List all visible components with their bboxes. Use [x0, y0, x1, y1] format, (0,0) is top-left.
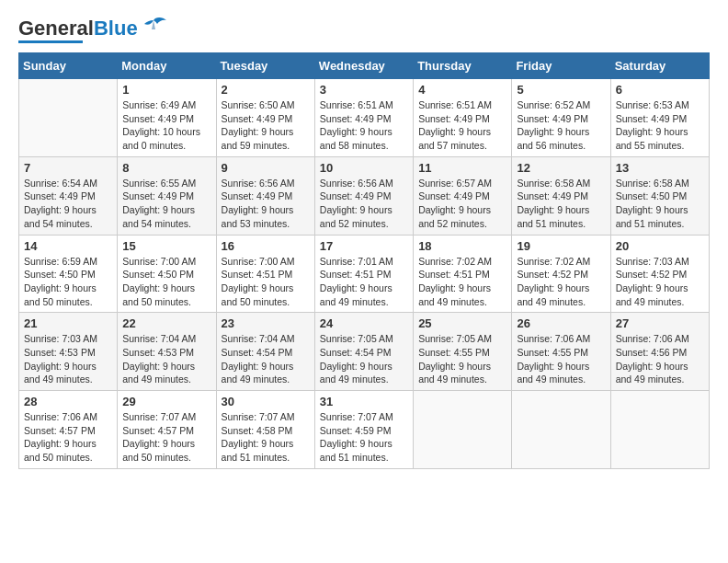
day-info: Sunrise: 6:57 AMSunset: 4:49 PMDaylight:…	[418, 177, 506, 231]
calendar-week-row: 1Sunrise: 6:49 AMSunset: 4:49 PMDaylight…	[19, 79, 710, 157]
calendar-cell: 12Sunrise: 6:58 AMSunset: 4:49 PMDayligh…	[512, 156, 610, 235]
calendar-cell: 10Sunrise: 6:56 AMSunset: 4:49 PMDayligh…	[314, 156, 413, 235]
calendar-cell	[610, 391, 709, 469]
day-info: Sunrise: 6:56 AMSunset: 4:49 PMDaylight:…	[320, 177, 408, 231]
calendar-cell: 23Sunrise: 7:04 AMSunset: 4:54 PMDayligh…	[216, 313, 314, 391]
day-info: Sunrise: 6:51 AMSunset: 4:49 PMDaylight:…	[320, 98, 408, 153]
day-info: Sunrise: 7:04 AMSunset: 4:53 PMDaylight:…	[122, 332, 210, 386]
calendar-cell: 26Sunrise: 7:06 AMSunset: 4:55 PMDayligh…	[512, 313, 610, 391]
day-number: 29	[122, 395, 210, 408]
calendar-cell: 27Sunrise: 7:06 AMSunset: 4:56 PMDayligh…	[610, 313, 709, 391]
calendar-cell: 6Sunrise: 6:53 AMSunset: 4:49 PMDaylight…	[610, 79, 709, 157]
day-number: 17	[320, 239, 408, 253]
day-info: Sunrise: 6:50 AMSunset: 4:49 PMDaylight:…	[222, 98, 310, 153]
calendar-cell	[19, 79, 118, 157]
column-header-sunday: Sunday	[19, 53, 118, 79]
calendar-cell: 31Sunrise: 7:07 AMSunset: 4:59 PMDayligh…	[314, 391, 413, 469]
column-header-friday: Friday	[512, 53, 610, 79]
calendar-cell: 3Sunrise: 6:51 AMSunset: 4:49 PMDaylight…	[314, 79, 413, 157]
day-info: Sunrise: 7:01 AMSunset: 4:51 PMDaylight:…	[320, 255, 408, 309]
calendar-cell: 25Sunrise: 7:05 AMSunset: 4:55 PMDayligh…	[414, 313, 512, 391]
day-info: Sunrise: 6:58 AMSunset: 4:50 PMDaylight:…	[616, 177, 704, 231]
day-info: Sunrise: 6:53 AMSunset: 4:49 PMDaylight:…	[616, 98, 704, 153]
day-info: Sunrise: 7:03 AMSunset: 4:52 PMDaylight:…	[616, 255, 704, 309]
calendar-cell: 21Sunrise: 7:03 AMSunset: 4:53 PMDayligh…	[19, 313, 118, 391]
day-info: Sunrise: 7:00 AMSunset: 4:51 PMDaylight:…	[222, 255, 310, 309]
logo-underline	[18, 40, 83, 43]
day-info: Sunrise: 7:05 AMSunset: 4:54 PMDaylight:…	[320, 332, 408, 386]
calendar-cell: 18Sunrise: 7:02 AMSunset: 4:51 PMDayligh…	[414, 235, 512, 313]
calendar-cell: 19Sunrise: 7:02 AMSunset: 4:52 PMDayligh…	[512, 235, 610, 313]
calendar-cell: 13Sunrise: 6:58 AMSunset: 4:50 PMDayligh…	[610, 156, 709, 235]
calendar-cell: 8Sunrise: 6:55 AMSunset: 4:49 PMDaylight…	[118, 156, 216, 235]
day-number: 2	[222, 83, 310, 97]
day-number: 11	[418, 161, 506, 175]
column-header-monday: Monday	[118, 53, 216, 79]
calendar-cell: 14Sunrise: 6:59 AMSunset: 4:50 PMDayligh…	[19, 235, 118, 313]
day-info: Sunrise: 7:07 AMSunset: 4:57 PMDaylight:…	[122, 410, 210, 465]
day-number: 19	[517, 239, 605, 253]
day-number: 27	[616, 316, 704, 330]
logo-bird-icon	[141, 17, 166, 37]
day-number: 9	[222, 161, 310, 175]
day-info: Sunrise: 7:02 AMSunset: 4:52 PMDaylight:…	[517, 255, 605, 309]
calendar-cell: 5Sunrise: 6:52 AMSunset: 4:49 PMDaylight…	[512, 79, 610, 157]
calendar-cell: 30Sunrise: 7:07 AMSunset: 4:58 PMDayligh…	[216, 391, 314, 469]
day-info: Sunrise: 7:00 AMSunset: 4:50 PMDaylight:…	[122, 255, 210, 309]
calendar-cell: 29Sunrise: 7:07 AMSunset: 4:57 PMDayligh…	[118, 391, 216, 469]
day-info: Sunrise: 7:02 AMSunset: 4:51 PMDaylight:…	[418, 255, 506, 309]
day-number: 7	[24, 161, 112, 175]
day-info: Sunrise: 7:05 AMSunset: 4:55 PMDaylight:…	[418, 332, 506, 386]
calendar-cell: 15Sunrise: 7:00 AMSunset: 4:50 PMDayligh…	[118, 235, 216, 313]
day-info: Sunrise: 6:49 AMSunset: 4:49 PMDaylight:…	[122, 98, 210, 153]
calendar-cell: 9Sunrise: 6:56 AMSunset: 4:49 PMDaylight…	[216, 156, 314, 235]
column-header-tuesday: Tuesday	[216, 53, 314, 79]
day-info: Sunrise: 7:07 AMSunset: 4:58 PMDaylight:…	[222, 410, 310, 465]
day-number: 28	[24, 395, 112, 408]
calendar-cell: 2Sunrise: 6:50 AMSunset: 4:49 PMDaylight…	[216, 79, 314, 157]
day-info: Sunrise: 6:51 AMSunset: 4:49 PMDaylight:…	[418, 98, 506, 153]
day-info: Sunrise: 6:59 AMSunset: 4:50 PMDaylight:…	[24, 255, 112, 309]
day-number: 16	[222, 239, 310, 253]
calendar-cell: 7Sunrise: 6:54 AMSunset: 4:49 PMDaylight…	[19, 156, 118, 235]
day-info: Sunrise: 7:06 AMSunset: 4:56 PMDaylight:…	[616, 332, 704, 386]
calendar-cell: 16Sunrise: 7:00 AMSunset: 4:51 PMDayligh…	[216, 235, 314, 313]
calendar-cell: 28Sunrise: 7:06 AMSunset: 4:57 PMDayligh…	[19, 391, 118, 469]
day-number: 23	[222, 316, 310, 330]
day-number: 4	[418, 83, 506, 97]
calendar-cell: 17Sunrise: 7:01 AMSunset: 4:51 PMDayligh…	[314, 235, 413, 313]
day-number: 13	[616, 161, 704, 175]
day-info: Sunrise: 6:54 AMSunset: 4:49 PMDaylight:…	[24, 177, 112, 231]
day-info: Sunrise: 6:55 AMSunset: 4:49 PMDaylight:…	[122, 177, 210, 231]
day-number: 3	[320, 83, 408, 97]
day-info: Sunrise: 6:52 AMSunset: 4:49 PMDaylight:…	[517, 98, 605, 153]
day-number: 20	[616, 239, 704, 253]
day-info: Sunrise: 7:07 AMSunset: 4:59 PMDaylight:…	[320, 410, 408, 465]
calendar-cell: 1Sunrise: 6:49 AMSunset: 4:49 PMDaylight…	[118, 79, 216, 157]
calendar-cell: 24Sunrise: 7:05 AMSunset: 4:54 PMDayligh…	[314, 313, 413, 391]
day-info: Sunrise: 6:56 AMSunset: 4:49 PMDaylight:…	[222, 177, 310, 231]
day-number: 24	[320, 316, 408, 330]
day-number: 1	[122, 83, 210, 97]
day-number: 5	[517, 83, 605, 97]
day-number: 30	[222, 395, 310, 408]
day-number: 18	[418, 239, 506, 253]
day-info: Sunrise: 7:03 AMSunset: 4:53 PMDaylight:…	[24, 332, 112, 386]
day-number: 25	[418, 316, 506, 330]
calendar-table: SundayMondayTuesdayWednesdayThursdayFrid…	[18, 52, 710, 469]
calendar-week-row: 14Sunrise: 6:59 AMSunset: 4:50 PMDayligh…	[19, 235, 710, 313]
logo-text: GeneralBlue	[18, 18, 138, 39]
calendar-cell	[512, 391, 610, 469]
day-number: 10	[320, 161, 408, 175]
day-info: Sunrise: 7:06 AMSunset: 4:57 PMDaylight:…	[24, 410, 112, 465]
column-header-wednesday: Wednesday	[314, 53, 413, 79]
day-number: 22	[122, 316, 210, 330]
calendar-header-row: SundayMondayTuesdayWednesdayThursdayFrid…	[19, 53, 710, 79]
page-header: GeneralBlue	[18, 18, 710, 43]
day-info: Sunrise: 6:58 AMSunset: 4:49 PMDaylight:…	[517, 177, 605, 231]
day-number: 21	[24, 316, 112, 330]
day-number: 26	[517, 316, 605, 330]
calendar-week-row: 21Sunrise: 7:03 AMSunset: 4:53 PMDayligh…	[19, 313, 710, 391]
day-number: 14	[24, 239, 112, 253]
calendar-cell: 20Sunrise: 7:03 AMSunset: 4:52 PMDayligh…	[610, 235, 709, 313]
